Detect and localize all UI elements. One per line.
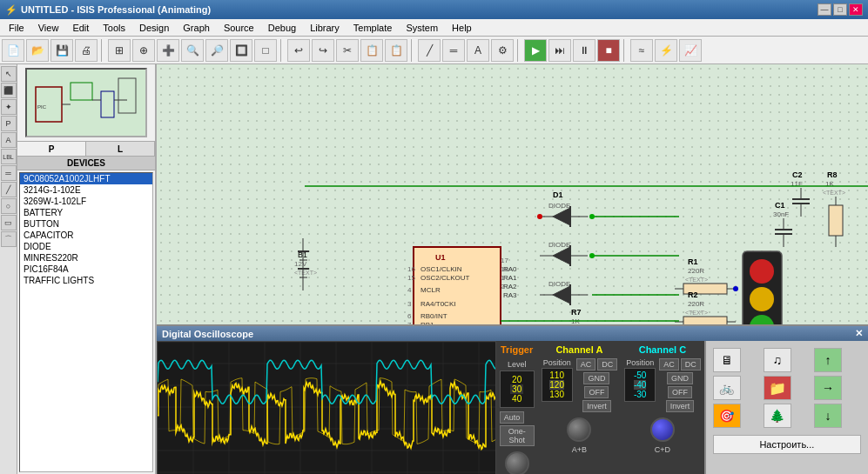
device-item[interactable]: 3214G-1-102E — [20, 184, 152, 196]
menu-debug[interactable]: Debug — [261, 21, 303, 35]
toolbar: 📄 📂 💾 🖨 ⊞ ⊕ ➕ 🔍 🔎 🔲 □ ↩ ↪ ✂ 📋 📋 ╱ ═ A ⚙ … — [0, 37, 868, 64]
tool-text[interactable]: A — [1, 132, 17, 148]
gnd-btn-a[interactable]: GND — [583, 372, 609, 384]
tool-circle[interactable]: ○ — [1, 198, 17, 214]
tb-save[interactable]: 💾 — [50, 39, 73, 62]
channel-a-section: Channel A Position 110 120 130 — [542, 344, 618, 474]
tb-play[interactable]: ▶ — [524, 39, 547, 62]
tool-bus[interactable]: ═ — [1, 165, 17, 181]
menu-template[interactable]: Template — [347, 21, 400, 35]
titlebar-controls[interactable]: — □ ✕ — [818, 3, 863, 16]
tb-zoomfit[interactable]: 🔲 — [230, 39, 252, 62]
tb-bus[interactable]: ═ — [442, 39, 465, 62]
tool-label[interactable]: LBL — [1, 149, 17, 164]
device-item[interactable]: 9C08052A1002JLHFT — [20, 173, 152, 184]
tool-rect[interactable]: ▭ — [1, 215, 17, 230]
device-item[interactable]: TRAFFIC LIGHTS — [20, 275, 152, 286]
tb-redo[interactable]: ↪ — [312, 39, 334, 62]
tb-open[interactable]: 📂 — [26, 39, 49, 62]
tb-paste[interactable]: 📋 — [385, 39, 407, 62]
invert-btn-a[interactable]: Invert — [582, 400, 611, 412]
schematic-area[interactable]: B1 12V <TEXT> U1 OSC1/CLKIN OSC2/CLKOUT … — [157, 64, 868, 474]
tb-stop[interactable]: ■ — [597, 39, 620, 62]
gnd-btn-c[interactable]: GND — [667, 372, 693, 384]
oscope-close[interactable]: ✕ — [855, 328, 863, 339]
one-shot-btn[interactable]: One-Shot — [500, 425, 535, 446]
target-icon[interactable]: 🎯 — [713, 404, 741, 428]
tb-probe[interactable]: ⚡ — [655, 39, 677, 62]
tb-copy[interactable]: 📋 — [360, 39, 383, 62]
monitor-icon[interactable]: 🖥 — [713, 348, 741, 372]
tb-new[interactable]: 📄 — [2, 39, 24, 62]
menu-design[interactable]: Design — [132, 21, 176, 35]
tb-wire[interactable]: ╱ — [418, 39, 441, 62]
right-arrow-icon[interactable]: → — [814, 376, 842, 400]
menu-view[interactable]: View — [31, 21, 66, 35]
trigger-knob[interactable] — [505, 451, 529, 474]
channel-c-knob[interactable] — [650, 417, 675, 442]
pos-c-40: -40 — [634, 380, 646, 390]
bike-icon[interactable]: 🚲 — [713, 376, 741, 400]
tb-zoomout[interactable]: 🔎 — [205, 39, 228, 62]
tree-icon[interactable]: 🌲 — [764, 404, 791, 428]
dc-btn-c[interactable]: DC — [681, 358, 701, 371]
nastroit-button[interactable]: Настроить... — [713, 435, 861, 454]
maximize-btn[interactable]: □ — [833, 3, 847, 16]
menu-graph[interactable]: Graph — [176, 21, 217, 35]
tb-print[interactable]: 🖨 — [75, 39, 98, 62]
tb-grid[interactable]: ⊞ — [108, 39, 131, 62]
tool-junction[interactable]: ✦ — [1, 99, 17, 115]
tool-line[interactable]: ╱ — [1, 182, 17, 197]
menu-edit[interactable]: Edit — [65, 21, 96, 35]
menu-help[interactable]: Help — [445, 21, 479, 35]
device-item[interactable]: DIODE — [20, 241, 152, 252]
minimize-btn[interactable]: — — [818, 3, 831, 16]
device-list[interactable]: 9C08052A1002JLHFT 3214G-1-102E 3269W-1-1… — [19, 172, 153, 472]
auto-btn[interactable]: Auto — [500, 411, 525, 424]
ac-btn-a[interactable]: AC — [576, 358, 596, 371]
menu-source[interactable]: Source — [217, 21, 261, 35]
tb-add[interactable]: ➕ — [157, 39, 179, 62]
level-30: 30 — [510, 384, 523, 394]
tab-l[interactable]: L — [86, 142, 155, 156]
tb-vgen[interactable]: ≈ — [630, 39, 653, 62]
tab-p[interactable]: P — [17, 142, 86, 156]
tool-select[interactable]: ↖ — [1, 66, 17, 82]
svg-text:U1: U1 — [435, 253, 446, 262]
device-item[interactable]: 3269W-1-102LF — [20, 196, 152, 207]
folder-icon[interactable]: 📁 — [764, 376, 791, 400]
device-item[interactable]: CAPACITOR — [20, 230, 152, 241]
tb-pause[interactable]: ⏸ — [573, 39, 595, 62]
device-item[interactable]: BATTERY — [20, 207, 152, 218]
menu-file[interactable]: File — [2, 21, 31, 35]
down-arrow-icon[interactable]: ↓ — [814, 404, 842, 428]
svg-point-109 — [733, 286, 738, 291]
tb-step[interactable]: ⏭ — [548, 39, 571, 62]
tb-origin[interactable]: ⊕ — [132, 39, 155, 62]
dc-btn-a[interactable]: DC — [597, 358, 617, 371]
tool-arc[interactable]: ⌒ — [1, 231, 17, 247]
tb-cut[interactable]: ✂ — [336, 39, 359, 62]
channel-a-knob[interactable] — [567, 417, 591, 442]
tb-zoomin[interactable]: 🔍 — [181, 39, 204, 62]
off-btn-a[interactable]: OFF — [584, 386, 609, 398]
off-btn-c[interactable]: OFF — [668, 386, 692, 398]
tb-prop[interactable]: ⚙ — [491, 39, 514, 62]
menu-system[interactable]: System — [399, 21, 445, 35]
tool-wire-label[interactable]: P — [1, 116, 17, 131]
tool-component[interactable]: ⬛ — [1, 83, 17, 98]
invert-btn-c[interactable]: Invert — [666, 400, 695, 412]
up-arrow-icon[interactable]: ↑ — [814, 348, 842, 372]
menu-library[interactable]: Library — [303, 21, 347, 35]
tb-zoom100[interactable]: □ — [254, 39, 277, 62]
menu-tools[interactable]: Tools — [96, 21, 132, 35]
close-btn[interactable]: ✕ — [849, 3, 863, 16]
device-item[interactable]: MINRES220R — [20, 252, 152, 264]
tb-label[interactable]: A — [467, 39, 489, 62]
music-icon[interactable]: ♫ — [764, 348, 791, 372]
tb-graph[interactable]: 📈 — [679, 39, 702, 62]
ac-btn-c[interactable]: AC — [659, 358, 679, 371]
device-item[interactable]: PIC16F84A — [20, 264, 152, 275]
tb-undo[interactable]: ↩ — [287, 39, 310, 62]
device-item[interactable]: BUTTON — [20, 218, 152, 230]
